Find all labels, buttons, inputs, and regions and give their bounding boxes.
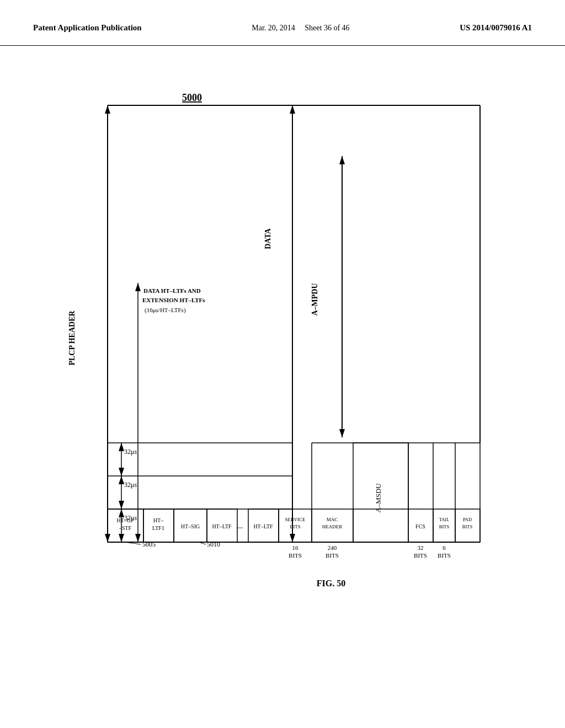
ht-ltf1-label2: LTF1 xyxy=(152,525,164,531)
header-left: Patent Application Publication xyxy=(33,22,142,34)
header-right: US 2014/0079016 A1 xyxy=(460,22,532,34)
bits-240-label: 240 xyxy=(328,544,337,551)
data-label: DATA xyxy=(264,228,272,249)
bits-6-label: 6 xyxy=(443,544,446,551)
header-center: Mar. 20, 2014 Sheet 36 of 46 xyxy=(252,22,349,34)
date-sheet: Mar. 20, 2014 Sheet 36 of 46 xyxy=(252,24,349,32)
t32-2-label: 32μs xyxy=(124,481,137,489)
mac-header-label2: HEADER xyxy=(322,524,343,529)
page-header: Patent Application Publication Mar. 20, … xyxy=(0,0,565,46)
svg-marker-7 xyxy=(339,156,345,164)
svg-marker-21 xyxy=(119,501,124,509)
svg-marker-15 xyxy=(119,534,124,542)
figure-label: FIG. 50 xyxy=(317,579,345,588)
fcs-label: FCS xyxy=(415,523,425,529)
timing-label: (16μs/HT–LTFs) xyxy=(145,307,186,314)
bits-6-label2: BITS xyxy=(438,552,451,559)
svg-marker-8 xyxy=(339,429,345,437)
pad-bits-label: PAD xyxy=(463,517,472,522)
t32-1-label: 32μs xyxy=(124,448,137,456)
tail-bits-label: TAIL xyxy=(439,517,450,522)
plcp-header-label: PLCP HEADER xyxy=(68,311,76,366)
ref-5005: 5005 xyxy=(142,540,156,548)
data-ht-ltfs-label: DATA HT–LTFs AND xyxy=(143,287,201,294)
bits-16-label: 16 xyxy=(292,544,299,551)
dots-label: ... xyxy=(237,522,243,530)
ht-sig-label: HT–SIG xyxy=(181,523,200,529)
svg-marker-25 xyxy=(119,468,124,476)
tail-bits-label2: BITS xyxy=(439,524,450,529)
service-bits-label2: BITS xyxy=(290,524,301,529)
svg-marker-4 xyxy=(290,105,295,114)
a-mpdu-label: A–MPDU xyxy=(311,283,319,316)
svg-marker-27 xyxy=(119,443,124,451)
ht-gf-stf-label: HT–GF xyxy=(116,517,134,523)
mac-header-label: MAC xyxy=(327,517,338,522)
ht-ltf2-label: HT–LTF xyxy=(253,523,273,529)
bits-32-label: 32 xyxy=(418,544,424,551)
svg-marker-5 xyxy=(290,534,295,542)
bits-16-label2: BITS xyxy=(289,552,302,559)
ht-ltf-label: HT–LTF xyxy=(212,523,232,529)
main-svg: 5000 PLCP HEADER DATA A–MPDU DATA HT–LTF… xyxy=(0,46,565,708)
bits-240-label2: BITS xyxy=(326,552,339,559)
ht-gf-stf-label2: –STF xyxy=(119,525,132,531)
svg-marker-13 xyxy=(135,534,141,542)
patent-number: US 2014/0079016 A1 xyxy=(460,23,532,32)
service-bits-label: SERVICE xyxy=(285,517,306,522)
pad-bits-label2: BITS xyxy=(462,524,473,529)
a-msdu-label: A–MSDU xyxy=(374,483,382,513)
diagram-area: 5000 PLCP HEADER DATA A–MPDU DATA HT–LTF… xyxy=(0,46,565,708)
diagram-number: 5000 xyxy=(182,92,202,103)
ht-ltf1-label: HT– xyxy=(153,517,164,523)
svg-marker-12 xyxy=(135,283,141,291)
svg-marker-17 xyxy=(119,509,124,517)
publication-title: Patent Application Publication xyxy=(33,23,142,32)
ref-5010: 5010 xyxy=(207,540,220,548)
extension-label: EXTENSION HT–LTFs xyxy=(142,297,205,303)
bits-32-label2: BITS xyxy=(414,552,427,559)
svg-marker-2 xyxy=(105,105,110,114)
svg-marker-23 xyxy=(119,476,124,484)
